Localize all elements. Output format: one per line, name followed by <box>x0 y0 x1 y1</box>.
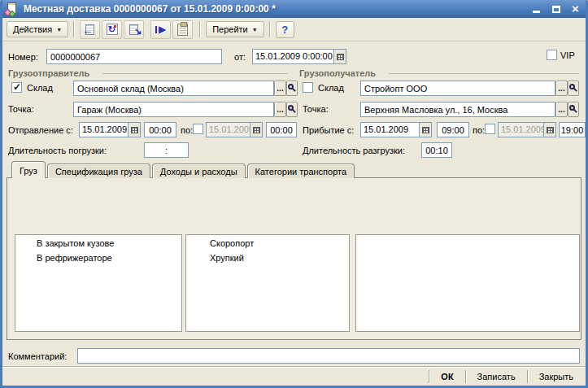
shipper-warehouse-open-button[interactable] <box>286 81 298 96</box>
actions-menu-label: Действия <box>13 24 52 34</box>
calendar-icon <box>131 127 138 133</box>
shipper-point-ellipsis-button[interactable]: ... <box>274 102 286 117</box>
consignee-group-line <box>389 73 579 74</box>
arrival-time-input[interactable] <box>437 122 469 137</box>
help-button[interactable]: ? <box>276 21 294 38</box>
tab-cargo[interactable]: Груз <box>11 161 46 178</box>
maximize-icon <box>552 6 560 13</box>
calendar-button[interactable] <box>419 123 431 137</box>
consignee-point-label: Точка: <box>303 104 329 114</box>
arrival-date-to-value: 15.01.2009 <box>499 123 543 137</box>
comment-label: Комментарий: <box>8 351 67 361</box>
close-icon: × <box>572 3 579 15</box>
tab-strip: Груз Спецификация груза Доходы и расходы… <box>11 161 355 178</box>
comment-input[interactable] <box>77 348 580 364</box>
loading-duration-input[interactable] <box>144 142 189 158</box>
number-label: Номер: <box>8 52 38 62</box>
consignee-warehouse-input[interactable] <box>360 81 555 96</box>
calendar-button[interactable] <box>128 123 140 137</box>
arrival-time-to-input[interactable] <box>559 122 586 137</box>
toolbar-separator <box>269 21 271 37</box>
based-on-button[interactable] <box>172 20 193 39</box>
shipper-warehouse-checkbox[interactable] <box>11 82 22 93</box>
arrival-date-value: 15.01.2009 <box>361 123 419 137</box>
shipper-point-open-button[interactable] <box>286 102 298 117</box>
description-textarea[interactable] <box>355 234 580 332</box>
bottom-button-bar: ОК Записать Закрыть <box>2 366 586 386</box>
ok-button[interactable]: ОК <box>432 369 462 384</box>
departure-to-label: по: <box>181 125 193 135</box>
conditions-listbox[interactable] <box>15 234 182 332</box>
calendar-icon <box>337 54 344 60</box>
document-date-value: 15.01.2009 0:00:00 <box>253 50 333 63</box>
consignee-group-label: Грузополучатель <box>299 68 376 78</box>
document-date-field[interactable]: 15.01.2009 0:00:00 <box>252 49 346 64</box>
category-fragile-label: Хрупкий <box>210 253 244 263</box>
magnifier-icon <box>288 105 294 111</box>
consignee-warehouse-ellipsis-button[interactable]: ... <box>555 81 568 96</box>
shipper-point-label: Точка: <box>8 104 34 114</box>
tab-income-expenses[interactable]: Доходы и расходы <box>152 163 246 178</box>
minimize-icon <box>533 11 540 13</box>
unloading-duration-input[interactable] <box>421 142 452 158</box>
shipper-group-line <box>102 73 288 74</box>
button-separator <box>465 370 466 383</box>
previous-document-button[interactable]: ← <box>80 20 100 39</box>
departure-date-to-value: 15.01.2009 <box>207 123 250 137</box>
departure-date-field[interactable]: 15.01.2009 <box>79 122 141 137</box>
button-separator <box>429 370 429 383</box>
consignee-point-open-button[interactable] <box>568 102 579 117</box>
arrow-curve-icon: ↘ <box>134 26 142 37</box>
arrival-to-checkbox[interactable] <box>485 124 495 134</box>
arrow-left-icon: ← <box>82 24 93 37</box>
toolbar: Действия ▼ ← ↻ ↘ ▶ Перейти ▼ ? <box>2 18 586 41</box>
minimize-button[interactable] <box>529 2 544 15</box>
shipper-warehouse-input[interactable] <box>73 81 274 96</box>
departure-time-to-input[interactable] <box>266 122 297 137</box>
close-document-button[interactable]: Закрыть <box>530 369 582 384</box>
maximize-button[interactable] <box>548 2 564 15</box>
close-button[interactable]: × <box>568 2 583 15</box>
arrow-forward-icon: ▶ <box>155 24 166 34</box>
calendar-icon <box>422 127 429 133</box>
categories-listbox[interactable] <box>185 234 350 332</box>
goto-menu-button[interactable]: Перейти ▼ <box>206 21 264 37</box>
magnifier-icon <box>569 84 575 89</box>
consignee-point-input[interactable] <box>360 102 555 117</box>
actions-menu-button[interactable]: Действия ▼ <box>7 21 68 37</box>
copy-document-button[interactable]: ↘ <box>124 20 144 39</box>
save-button[interactable]: Записать <box>468 369 525 384</box>
titlebar: Местная доставка 0000000067 от 15.01.200… <box>0 0 588 18</box>
next-document-button[interactable]: ▶ <box>150 20 171 39</box>
departure-time-input[interactable] <box>144 122 176 137</box>
departure-to-checkbox[interactable] <box>193 124 203 134</box>
reread-button[interactable]: ↻ <box>102 20 122 39</box>
vip-checkbox[interactable] <box>547 50 557 60</box>
arrival-label: Прибытие с: <box>303 125 354 135</box>
calendar-button[interactable] <box>333 50 346 63</box>
consignee-point-ellipsis-button[interactable]: ... <box>555 102 568 117</box>
number-input[interactable] <box>46 49 222 64</box>
calendar-button[interactable] <box>250 123 262 137</box>
consignee-warehouse-label: Склад <box>318 83 344 93</box>
goto-menu-label: Перейти <box>212 24 248 34</box>
tab-cargo-specification[interactable]: Спецификация груза <box>47 163 150 178</box>
consignee-warehouse-open-button[interactable] <box>568 81 579 96</box>
consignee-warehouse-checkbox[interactable] <box>303 82 313 93</box>
shipper-warehouse-ellipsis-button[interactable]: ... <box>274 81 286 96</box>
departure-date-to-field[interactable]: 15.01.2009 <box>206 122 263 137</box>
tab-transport-categories[interactable]: Категории транспорта <box>247 163 355 178</box>
loading-duration-label: Длительность погрузки: <box>8 146 107 155</box>
arrival-date-to-field[interactable]: 15.01.2009 <box>498 122 556 137</box>
magnifier-icon <box>569 105 575 111</box>
shipper-group-label: Грузоотправитель <box>8 68 89 78</box>
arrival-date-field[interactable]: 15.01.2009 <box>360 122 432 137</box>
date-label: от: <box>234 52 246 62</box>
toolbar-separator <box>73 21 75 37</box>
magnifier-icon <box>288 84 294 89</box>
calendar-button[interactable] <box>543 123 555 137</box>
clipboard-icon <box>177 24 188 36</box>
arrival-to-label: по: <box>473 125 485 135</box>
button-separator <box>527 370 528 383</box>
shipper-point-input[interactable] <box>73 102 274 117</box>
